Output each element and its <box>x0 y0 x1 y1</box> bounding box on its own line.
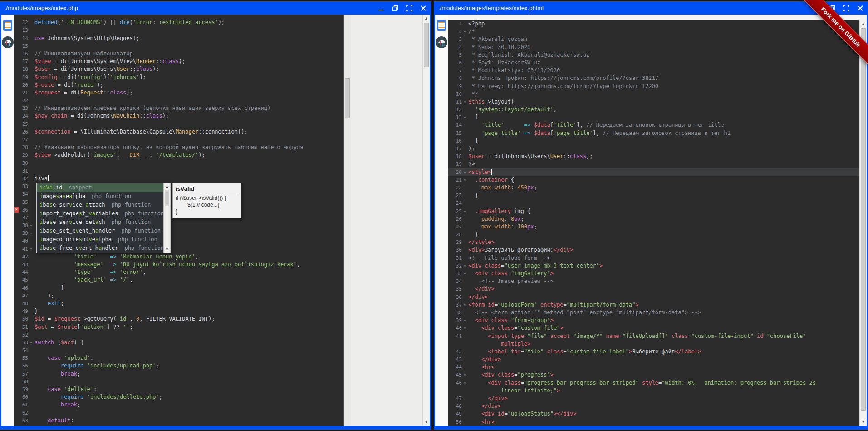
code-line: 46 ] <box>14 284 343 292</box>
autocomplete-item[interactable]: ibase_set_event_handlerphp function <box>37 227 163 235</box>
autocomplete-item[interactable]: imagesavealphaphp function <box>37 192 163 201</box>
autocomplete-item[interactable]: import_request_variablesphp function <box>37 209 163 218</box>
code-line: 8 * Johncms Профил: https://johncms.com/… <box>448 74 859 82</box>
scroll-down-icon[interactable]: ▼ <box>164 247 170 253</box>
fold-arrow-icon[interactable]: ▾ <box>462 114 468 121</box>
snippet-tooltip: isValid if (\$user->isValid()) { ${1:// … <box>172 183 241 218</box>
minimize-icon <box>378 5 384 11</box>
code-line: 27 <box>14 136 343 144</box>
code-line: 20▾<style> <box>448 168 859 176</box>
code-line-wrap: multiple> <box>448 340 859 348</box>
code-line: 25▾ .imgGallery img { <box>448 208 859 215</box>
code-line: 48 exit; <box>14 300 343 307</box>
code-line: 42 'title' => 'Mehmonlar uchun yopiq', <box>14 253 343 261</box>
text-cursor <box>491 169 492 175</box>
code-line: 44 'type' => 'error', <box>14 268 343 276</box>
code-editor-right[interactable]: 1<?php2▾/*3 * Akbarali yozgan4 * Sana: 3… <box>448 20 859 426</box>
window-scrollbar-left[interactable]: ▲ ▼ <box>422 15 430 426</box>
cloud-sync-icon[interactable]: ☁ ↑ ↓ <box>2 36 14 48</box>
fold-arrow-icon[interactable]: ▾ <box>462 28 468 35</box>
code-line: 21▾ .container { <box>448 176 859 184</box>
code-line: 57 break; <box>14 370 343 378</box>
code-line: 46▾ <div class="progress-bar progress-ba… <box>448 379 859 387</box>
code-line: 55 case 'upload': <box>14 354 343 362</box>
editor-scrollbar-left[interactable] <box>343 15 351 426</box>
autocomplete-scrollbar[interactable]: ▲ ▼ <box>163 183 170 253</box>
fold-arrow-icon[interactable]: ▾ <box>462 379 468 387</box>
fold-arrow-icon[interactable]: ▾ <box>462 208 468 215</box>
autocomplete-item[interactable]: ibase_service_attachphp function <box>37 201 163 209</box>
code-line: 40▾ <div class="custom-file"> <box>448 324 859 332</box>
autocomplete-item[interactable]: imagecolorresolvealphaphp function <box>37 235 163 244</box>
titlebar-left[interactable]: ./modules/images/index.php <box>0 1 431 15</box>
fold-arrow-icon[interactable]: ▾ <box>28 222 34 229</box>
minimize-button[interactable] <box>377 4 385 12</box>
code-line: 26 padding: 8px; <box>448 215 859 223</box>
fork-me-on-github-ribbon[interactable]: Fork me on GitHub <box>797 0 868 70</box>
scrollbar-thumb[interactable] <box>345 78 350 118</box>
scrollbar-thumb[interactable] <box>424 23 429 67</box>
save-note-icon[interactable] <box>3 20 12 31</box>
code-line: 30 <box>14 159 343 167</box>
code-line: 28// Указываем шаблонизатору папку, из к… <box>14 144 343 151</box>
code-line: 31<!-- File upload form --> <box>448 254 859 262</box>
scrollbar-thumb[interactable] <box>165 190 169 206</box>
code-line: 13 <box>14 26 343 34</box>
code-line: 28 } <box>448 231 859 238</box>
code-line: 49} <box>14 307 343 315</box>
fold-arrow-icon[interactable]: ▾ <box>462 176 468 184</box>
fold-arrow-icon[interactable]: ▾ <box>462 270 468 277</box>
fold-arrow-icon[interactable]: ▾ <box>462 262 468 270</box>
fold-arrow-icon[interactable]: ▾ <box>462 168 468 176</box>
restore-button[interactable] <box>391 4 399 12</box>
fold-arrow-icon[interactable]: ▾ <box>28 245 34 253</box>
cloud-sync-icon[interactable]: ☁ ↑ ↓ <box>436 36 447 48</box>
fold-arrow-icon[interactable]: ▾ <box>28 229 34 237</box>
close-button[interactable] <box>419 4 427 12</box>
code-line: 29$view->addFolder('images', __DIR__ . '… <box>14 151 343 159</box>
code-line: 59 case 'dellete': <box>14 386 343 393</box>
scroll-up-icon[interactable]: ▲ <box>423 15 430 22</box>
code-line: 15 'page_title' => $data['page_title'], … <box>448 129 859 137</box>
window-scrollbar-right[interactable]: ▲ ▼ <box>859 20 867 426</box>
code-line: 52 <box>14 331 343 339</box>
code-line: 54 <box>14 347 343 354</box>
scroll-up-icon[interactable]: ▲ <box>164 183 170 189</box>
code-line: 63 default: <box>14 417 343 425</box>
autocomplete-item[interactable]: ibase_free_event_handlerphp function <box>37 244 163 253</box>
scroll-down-icon[interactable]: ▼ <box>860 418 867 426</box>
code-line: 41 <input type="file" accept="image/*" n… <box>448 332 859 340</box>
fold-arrow-icon[interactable]: ▾ <box>462 324 468 332</box>
code-line: 34 <!-- Image preview --> <box>448 277 859 285</box>
autocomplete-item[interactable]: isValidsnippet <box>37 183 163 192</box>
code-line: 56 require 'includes/upload.php'; <box>14 362 343 370</box>
fold-arrow-icon[interactable]: ▾ <box>462 371 468 379</box>
fold-arrow-icon[interactable]: ▾ <box>462 98 468 106</box>
code-line: 11▾$this->layout( <box>448 98 859 106</box>
text-cursor <box>48 175 49 181</box>
snippet-tooltip-title: isValid <box>176 185 238 193</box>
fullscreen-icon <box>406 5 412 11</box>
code-line: 12defined('_IN_JOHNCMS') || die('Error: … <box>14 19 343 26</box>
close-icon <box>420 5 427 11</box>
code-line: 14 'title' => $data['title'], // Передае… <box>448 121 859 129</box>
code-line: 50$id = $request->getQuery('id', 0, FILT… <box>14 315 343 323</box>
fold-arrow-icon[interactable]: ▾ <box>462 301 468 309</box>
scrollbar-thumb[interactable] <box>861 28 866 411</box>
code-line: 30<div>Загрузить фотографии:</div> <box>448 246 859 254</box>
fold-arrow-icon[interactable]: ▾ <box>28 339 34 347</box>
code-line: 19$config = di('config')['johncms']; <box>14 74 343 81</box>
save-note-icon[interactable] <box>437 20 446 31</box>
code-line: 51$act = $route['action'] ?? ''; <box>14 323 343 331</box>
snippet-tooltip-line: ${1:// code...} <box>176 202 238 208</box>
window-title-right: ./modules/images/templates/index.phtml <box>438 5 544 11</box>
scroll-down-icon[interactable]: ▼ <box>423 418 430 426</box>
code-line: 45▾ <div class="progress"> <box>448 371 859 379</box>
code-line: 18$user = di(Johncms\Users\User::class); <box>448 153 859 160</box>
fold-arrow-icon[interactable]: ▾ <box>462 317 468 324</box>
panel-gap-left <box>351 15 422 426</box>
autocomplete-item[interactable]: ibase_service_detachphp function <box>37 218 163 227</box>
window-body-right: ☁ ↑ ↓ 1<?php2▾/*3 * Akbarali yozgan4 * S… <box>435 15 867 426</box>
code-line: 43 </div> <box>448 356 859 363</box>
fullscreen-button[interactable] <box>405 4 413 12</box>
